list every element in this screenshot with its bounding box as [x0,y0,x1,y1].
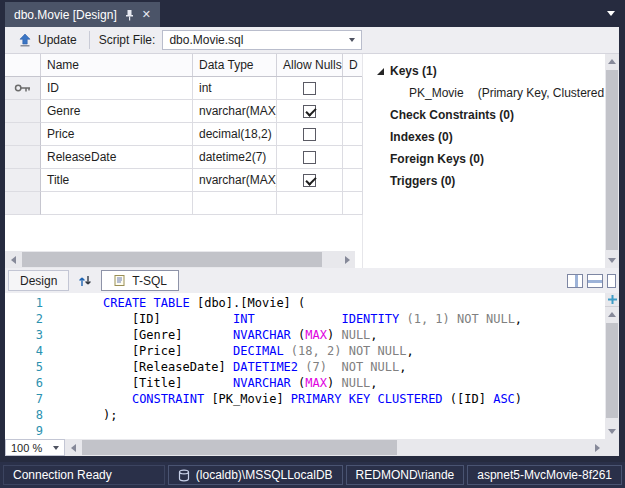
swap-panes-icon[interactable] [73,270,97,291]
tree-group[interactable]: Foreign Keys (0) [369,148,605,170]
code-line[interactable]: 2 [ID] INT IDENTITY (1, 1) NOT NULL, [5,311,605,327]
allow-nulls-checkbox[interactable] [303,174,316,187]
column-name-cell[interactable]: Title [41,169,193,192]
data-type-cell[interactable]: nvarchar(MAX) [193,100,277,123]
tree-item[interactable]: PK_Movie(Primary Key, Clustered: I [369,82,605,104]
tree-group[interactable]: Triggers (0) [369,170,605,192]
editor-hscroll-track[interactable] [81,439,589,456]
scroll-up-icon[interactable] [605,54,619,69]
table-row[interactable]: Titlenvarchar(MAX) [5,169,362,192]
properties-vscroll-thumb[interactable] [606,70,618,250]
data-type-cell[interactable]: datetime2(7) [193,146,277,169]
scroll-down-icon[interactable] [605,253,619,268]
tab-tsql[interactable]: T-SQL [101,270,179,291]
scroll-right-icon[interactable] [589,439,605,456]
column-name-cell[interactable] [41,192,193,215]
column-name-cell[interactable]: ID [41,77,193,100]
column-name-cell[interactable]: Price [41,123,193,146]
zoom-control[interactable]: 100 % [5,439,65,456]
tab-design[interactable]: Design [8,270,69,291]
code-line[interactable]: 6 [Title] NVARCHAR (MAX) NULL, [5,375,605,391]
scroll-left-icon[interactable] [65,439,81,456]
default-cell[interactable] [343,169,363,192]
scroll-left-icon[interactable] [5,251,21,268]
header-selector-cell [5,54,41,76]
column-header-name[interactable]: Name [41,54,193,76]
grid-hscroll-thumb[interactable] [22,252,322,267]
tree-group[interactable]: Indexes (0) [369,126,605,148]
editor-vscroll-thumb[interactable] [606,323,618,418]
allow-nulls-cell[interactable] [277,77,343,100]
scroll-right-icon[interactable] [339,251,355,268]
column-name-cell[interactable]: ReleaseDate [41,146,193,169]
default-cell[interactable] [343,146,363,169]
expand-pane-icon[interactable] [607,274,616,288]
primary-key-icon[interactable] [5,77,41,100]
data-type-cell[interactable]: int [193,77,277,100]
properties-vscroll-track[interactable] [605,69,619,253]
table-row[interactable] [5,192,362,215]
allow-nulls-checkbox[interactable] [303,82,316,95]
grid-horizontal-scrollbar[interactable] [5,251,355,268]
allow-nulls-cell[interactable] [277,192,343,215]
data-type-cell[interactable] [193,192,277,215]
tree-group[interactable]: Check Constraints (0) [369,104,605,126]
table-row[interactable]: Genrenvarchar(MAX) [5,100,362,123]
code-line[interactable]: 5 [ReleaseDate] DATETIME2 (7) NOT NULL, [5,359,605,375]
split-vertical-icon[interactable] [567,274,583,288]
row-selector[interactable] [5,146,41,169]
column-header-data-type[interactable]: Data Type [193,54,277,76]
allow-nulls-cell[interactable] [277,123,343,146]
row-selector[interactable] [5,100,41,123]
allow-nulls-checkbox[interactable] [303,105,316,118]
default-cell[interactable] [343,100,363,123]
allow-nulls-cell[interactable] [277,146,343,169]
code-line[interactable]: 3 [Genre] NVARCHAR (MAX) NULL, [5,327,605,343]
code-lines[interactable]: 1CREATE TABLE [dbo].[Movie] (2 [ID] INT … [5,293,605,439]
tab-dbo-movie-design[interactable]: dbo.Movie [Design] ✕ [5,2,160,27]
table-row[interactable]: IDint [5,77,362,100]
script-file-combobox[interactable]: dbo.Movie.sql [162,30,362,50]
column-header-allow-nulls[interactable]: Allow Nulls [277,54,343,76]
table-row[interactable]: Pricedecimal(18,2) [5,123,362,146]
scroll-down-icon[interactable] [605,424,619,439]
editor-vscroll-track[interactable] [605,322,619,424]
document-well-dropdown-icon[interactable] [607,11,615,16]
tsql-editor[interactable]: 1CREATE TABLE [dbo].[Movie] (2 [ID] INT … [5,293,619,456]
table-row[interactable]: ReleaseDatedatetime2(7) [5,146,362,169]
tree-group-label: Foreign Keys (0) [390,152,484,166]
splitter-plus-icon[interactable] [605,293,619,307]
allow-nulls-checkbox[interactable] [303,128,316,141]
properties-vertical-scrollbar[interactable] [605,54,619,268]
expander-icon[interactable] [377,68,384,75]
data-type-cell[interactable]: decimal(18,2) [193,123,277,146]
allow-nulls-cell[interactable] [277,100,343,123]
tree-group[interactable]: Keys (1) [369,60,605,82]
data-type-cell[interactable]: nvarchar(MAX) [193,169,277,192]
code-line[interactable]: 8); [5,407,605,423]
allow-nulls-cell[interactable] [277,169,343,192]
code-line[interactable]: 4 [Price] DECIMAL (18, 2) NOT NULL, [5,343,605,359]
column-header-default[interactable]: D [343,54,363,76]
update-button[interactable]: Update [11,31,84,49]
code-line[interactable]: 9 [5,423,605,439]
close-icon[interactable]: ✕ [142,9,151,20]
pin-icon[interactable] [125,9,134,21]
grid-hscroll-track[interactable] [21,251,339,268]
allow-nulls-checkbox[interactable] [303,151,316,164]
row-selector[interactable] [5,123,41,146]
scroll-up-icon[interactable] [605,307,619,322]
split-horizontal-icon[interactable] [587,274,603,288]
editor-vertical-scrollbar[interactable] [605,293,619,439]
column-name-cell[interactable]: Genre [41,100,193,123]
code-line[interactable]: 7 CONSTRAINT [PK_Movie] PRIMARY KEY CLUS… [5,391,605,407]
default-cell[interactable] [343,123,363,146]
code-token: (7) [305,360,327,374]
default-cell[interactable] [343,192,363,215]
default-cell[interactable] [343,77,363,100]
editor-hscroll-thumb[interactable] [82,440,397,455]
row-selector[interactable] [5,192,41,215]
editor-horizontal-scrollbar[interactable] [65,439,605,456]
row-selector[interactable] [5,169,41,192]
code-line[interactable]: 1CREATE TABLE [dbo].[Movie] ( [5,295,605,311]
